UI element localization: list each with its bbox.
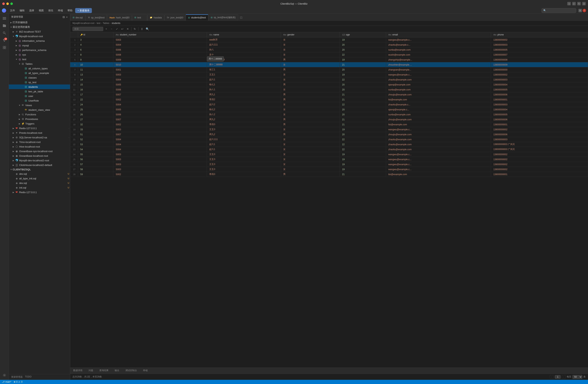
cell-name[interactable]: 赵六1 [207,147,281,152]
cell-age[interactable]: 21 [340,97,386,102]
breadcrumb-students[interactable]: students [112,22,120,24]
table-row[interactable]: 12 17 S007 周九1 男 21 zhoujiu@example.com … [70,92,588,97]
table-row[interactable]: 14 24 S004 赵六2 女 22 zhaoliu@example.c...… [70,102,588,107]
cell-id[interactable]: 57 [78,162,113,167]
cell-age[interactable]: 19 [340,152,386,157]
cell-email[interactable]: zhaoliu@example.com [386,147,491,152]
sidebar-item-oceanbase-root[interactable]: ◉ OceanBase-localhost-root [9,154,70,158]
toolbar-close[interactable]: ✕ [126,27,130,31]
cell-age[interactable]: 21 [340,92,386,97]
cell-id[interactable]: 52 [78,137,113,142]
cell-id[interactable]: 15 [78,82,113,87]
sidebar-item-init-sql[interactable]: ◈ init.sql U [9,185,70,190]
table-row[interactable]: 8 13 S003 王五1 女 19 wangwu@example.c... 1… [70,72,588,77]
cell-id[interactable]: 59 [78,172,113,177]
cell-gender[interactable]: 女 [281,52,340,57]
cell-email[interactable]: qianqi@example.c... [386,107,491,112]
cell-email[interactable]: zhangsan@example... [386,67,491,72]
cell-id[interactable]: 4 [78,42,113,47]
cell-name[interactable]: 赵六1 [207,77,281,82]
cell-age[interactable]: 21 [340,62,386,67]
cell-phone[interactable]: 13800000001 [491,97,588,102]
breadcrumb-mysql8[interactable]: Mysql8-localhost-root [72,22,94,24]
layout-icon[interactable]: ⊞ [578,9,582,12]
sidebar-collapse-icon[interactable]: ⊟ [63,16,65,19]
cell-student-number[interactable]: S010 [113,62,207,67]
cell-gender[interactable]: 女 [281,47,340,52]
sidebar-item-recent-services[interactable]: 最近使用的服务 [9,25,70,29]
cell-gender[interactable]: 女 [281,112,340,117]
cell-name[interactable]: 赵六111 [207,42,281,47]
cell-name[interactable]: aaa秋芳 [207,37,281,42]
table-row[interactable]: 5 9 S009 郑十一-111999 男 19 zhengshiyi@exam… [70,57,588,62]
bottom-tab-output[interactable]: 输出 [112,368,122,374]
sidebar-item-information-schema[interactable]: ◎ information_schema [9,38,70,43]
sidebar-item-sp-test[interactable]: ⊟ sp_test [9,80,70,84]
tab-hash-test[interactable]: Hash hash_test@0 [107,14,132,20]
cell-id[interactable]: 51 [78,132,113,137]
maximize-button[interactable] [10,2,13,5]
forward-button[interactable]: ▷ [572,2,576,5]
cell-id[interactable]: 9 [78,57,113,62]
cell-email[interactable]: lisi@example.com [386,172,491,177]
cell-name[interactable]: 王五3 [207,157,281,162]
cell-student-number[interactable]: S003 [113,157,207,162]
cell-gender[interactable]: 男 [281,82,340,87]
cell-phone[interactable]: 13800000006 [491,117,588,122]
cell-phone[interactable]: 13800000005 [491,112,588,117]
cell-phone[interactable]: 13800000000 [491,67,588,72]
table-row[interactable]: 17 27 S007 周九2 男 21 zhoujiu@example.com … [70,117,588,122]
cell-email[interactable]: zhaoliu@example.com [386,137,491,142]
cell-id[interactable]: 14 [78,77,113,82]
table-row[interactable]: 4 8 S008 吴十 女 22 wushi@example.com 13800… [70,52,588,57]
cell-student-number[interactable]: S006 [113,87,207,92]
toolbar-search-rows[interactable]: 🔍 [145,27,149,31]
cell-name[interactable]: 钱七1 [207,82,281,87]
cell-gender[interactable]: 女 [281,137,340,142]
table-row[interactable]: 20 51 S007 周九2 男 20 zhoujiu@example.com … [70,132,588,137]
sidebar-item-student-class-view[interactable]: 👁 student_class_view [9,108,70,112]
cell-phone[interactable]: 13800000002 [491,167,588,172]
bottom-tab-debug-console[interactable]: 调试控制台 [122,368,140,374]
bottom-tab-query-result[interactable]: 查询结果 [96,368,112,374]
cell-gender[interactable]: 女 [281,147,340,152]
toolbar-add-row[interactable]: ＋ [104,27,108,31]
close-button[interactable] [2,2,5,5]
sidebar-item-clientbizsql[interactable]: CLIENTBIZSQL [9,167,70,172]
cell-age[interactable]: 21 [340,122,386,127]
cell-id[interactable]: 8 [78,52,113,57]
sidebar-item-all-type-init-sql[interactable]: ◈ all_type_init.sql U [9,176,70,181]
iconbar-search[interactable] [1,30,7,36]
tab-sp-test[interactable]: ⚙ sp_test@test [85,14,107,20]
toolbar-filter[interactable]: ⊻ [140,27,144,31]
minimize-button[interactable] [6,2,9,5]
sidebar-item-sqlserver[interactable]: ⊗ SQLServer-localhost2-sa · [9,135,70,140]
table-row[interactable]: 7 11 S001 张三1 男 20 zhangsan@example... 1… [70,67,588,72]
toolbar-discard[interactable]: ↩ [120,27,125,31]
cell-age[interactable]: 20 [340,132,386,137]
iconbar-git[interactable]: 18 [1,37,7,43]
table-search-input[interactable] [72,27,103,31]
sidebar-item-presto[interactable]: ✦ Presto-localhost-root [9,131,70,135]
cell-gender[interactable]: 女 [281,167,340,172]
sidebar-item-performance-schema[interactable]: ◎ performance_schema [9,48,70,52]
cell-phone[interactable]: 13800000005 [491,47,588,52]
table-row[interactable]: 6 10 S010 周十二88988 周十二88988 女 21 zhoushi… [70,62,588,67]
cell-id[interactable]: 32 [78,122,113,127]
cell-phone[interactable]: 13800000002 [491,162,588,167]
table-row[interactable]: 26 57 S003 王五3 女 19 wangwu@example.c... … [70,162,588,167]
cell-name[interactable]: 李四3 [207,122,281,127]
cell-email[interactable]: zhoujiu@example.com [386,132,491,137]
cell-age[interactable]: 20 [340,82,386,87]
cell-email[interactable]: wangwu@example.c... [386,157,491,162]
cell-email[interactable]: wangwu@example.c... [386,72,491,77]
cell-gender[interactable]: 女 [281,142,340,147]
cell-name[interactable]: 周十二88988 周十二88988 [207,62,281,67]
cell-gender[interactable]: 女 [281,42,340,47]
tab-hasdata[interactable]: 📁 hasdata [147,14,164,20]
menu-view[interactable]: 视图 [37,8,46,13]
cell-phone[interactable]: 13800000008 [491,57,588,62]
iconbar-settings[interactable] [1,372,7,378]
cell-email[interactable]: zhaoliu@example.c... [386,102,491,107]
col-id[interactable]: 🔑id [78,32,113,37]
